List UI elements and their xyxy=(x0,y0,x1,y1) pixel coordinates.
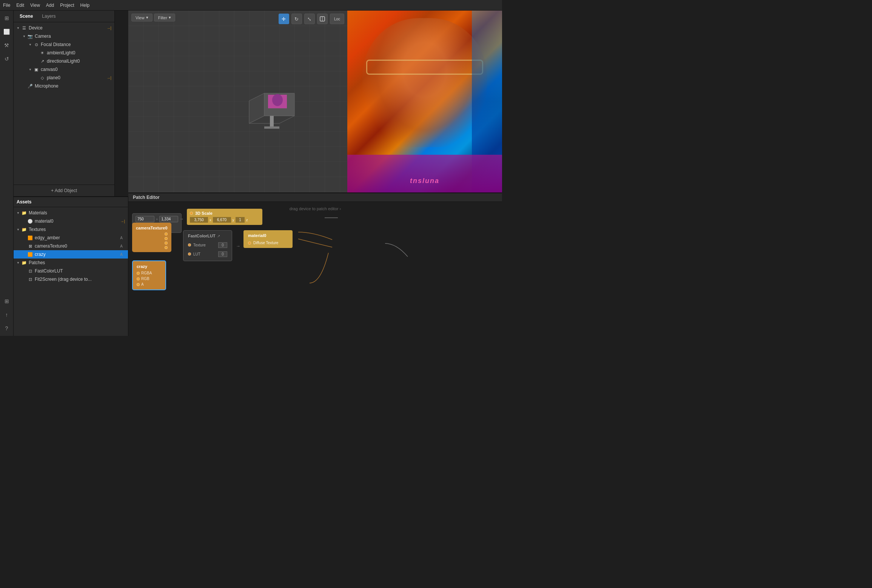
lut-texture-value[interactable] xyxy=(218,242,227,248)
scale-z-input[interactable] xyxy=(236,217,245,223)
tree-label-device: Device xyxy=(29,25,105,31)
tree-arrow-device: ▼ xyxy=(17,26,21,30)
asset-tree-item-material0[interactable]: ⚪material0→| xyxy=(14,217,128,225)
refresh-icon[interactable]: ↺ xyxy=(2,54,11,63)
menubar-project[interactable]: Project xyxy=(60,3,74,8)
content-area: View ▾ Filter ▾ ✛ ↻ ⤡ xyxy=(128,11,502,336)
asset-tree-item-cameraTexture0[interactable]: ⊠cameraTexture0A xyxy=(14,242,128,250)
shirt-text: tnsluna xyxy=(410,177,439,185)
location-button[interactable]: Loc xyxy=(330,14,344,24)
scene-tree-item-microphone[interactable]: 🎤Microphone xyxy=(14,82,114,90)
shirt-area xyxy=(347,155,502,192)
layers-tab[interactable]: Layers xyxy=(39,12,59,20)
asset-icon-materials: 📁 xyxy=(21,211,27,215)
patch-editor-header: Patch Editor xyxy=(128,193,502,202)
scale-input-port xyxy=(190,212,193,215)
tree-label-microphone: Microphone xyxy=(35,83,111,89)
fast-color-lut-node: FastColorLUT ↗ Texture LUT xyxy=(183,230,232,261)
asset-tree-item-fit2screen[interactable]: ⊡Fit2Screen (drag device to... xyxy=(14,275,128,283)
rotate-tool-button[interactable]: ↻ xyxy=(291,14,302,24)
crazy-rgb-label: RGB xyxy=(141,277,149,281)
share-icon[interactable]: ↑ xyxy=(2,310,11,319)
crazy-rgb-port xyxy=(137,277,140,280)
add-object-button[interactable]: + Add Object xyxy=(51,188,77,193)
asset-out-material0: →| xyxy=(120,219,125,223)
lut-lut-value[interactable] xyxy=(218,251,227,257)
lut-title: FastColorLUT xyxy=(188,234,216,238)
menubar-file[interactable]: File xyxy=(3,3,10,8)
menubar-help[interactable]: Help xyxy=(80,3,90,8)
tools-icon[interactable]: ⚒ xyxy=(2,41,11,50)
camera-texture-title: cameraTexture0 xyxy=(136,226,168,230)
camera-feed: tnsluna xyxy=(347,11,502,192)
tree-icon-camera: 📷 xyxy=(27,34,33,39)
svg-rect-6 xyxy=(264,126,279,129)
asset-tree-item-fastColorLUT[interactable]: ⊡FastColorLUT xyxy=(14,267,128,275)
menubar-add[interactable]: Add xyxy=(46,3,54,8)
scene-tree-item-device[interactable]: ▼☰Device→| xyxy=(14,24,114,32)
world-space-button[interactable] xyxy=(317,14,328,24)
patch-connections-svg xyxy=(128,202,502,334)
question-icon[interactable]: ? xyxy=(2,324,11,333)
viewport[interactable]: View ▾ Filter ▾ ✛ ↻ ⤡ xyxy=(128,11,347,192)
tree-label-directional: directionalLight0 xyxy=(47,58,111,64)
chevron-down-icon: ▾ xyxy=(169,15,171,20)
asset-tree-item-crazy[interactable]: 🟧crazyA xyxy=(14,250,128,259)
input-field-2[interactable] xyxy=(159,216,178,222)
asset-badge-cameraTexture0: A xyxy=(120,244,123,248)
scene-tree-item-focal[interactable]: ▼⊙Focal Distance xyxy=(14,40,114,49)
material-diffuse-port xyxy=(248,242,251,245)
menubar-edit[interactable]: Edit xyxy=(16,3,24,8)
input-field-1[interactable] xyxy=(136,216,154,222)
asset-tree-item-materials[interactable]: ▼📁Materials xyxy=(14,209,128,217)
move-tool-button[interactable]: ✛ xyxy=(279,14,289,24)
material-diffuse-label: Diffuse Texture xyxy=(253,241,278,245)
patch-editor-title: Patch Editor xyxy=(133,195,160,200)
assets-section: Assets ▼📁Materials⚪material0→|▼📁Textures… xyxy=(14,196,128,336)
asset-icon-crazy: 🟧 xyxy=(27,252,33,257)
scene-tree-item-plane[interactable]: ◇plane0→| xyxy=(14,74,114,82)
asset-tree-item-edgy_amber[interactable]: 🟧edgy_amberA xyxy=(14,234,128,242)
view-button[interactable]: View ▾ xyxy=(131,14,153,22)
lut-material-arrow: → xyxy=(236,243,240,249)
tree-arrow-canvas: ▼ xyxy=(29,68,33,71)
patch-editor: Patch Editor drag device to patch editor… xyxy=(128,192,502,336)
tree-label-camera: Camera xyxy=(35,34,111,39)
material-title: material0 xyxy=(248,233,288,238)
asset-label-fastColorLUT: FastColorLUT xyxy=(35,268,125,274)
frame-icon[interactable]: ⬜ xyxy=(2,27,11,36)
camera-out-port-2 xyxy=(165,237,168,240)
scene-tree-item-ambient[interactable]: ☀ambientLight0 xyxy=(14,49,114,57)
asset-tree-item-textures[interactable]: ▼📁Textures xyxy=(14,225,128,234)
asset-label-material0: material0 xyxy=(35,219,119,224)
svg-point-8 xyxy=(272,94,283,106)
asset-label-crazy: crazy xyxy=(35,252,120,257)
tree-label-ambient: ambientLight0 xyxy=(47,50,111,55)
chevron-down-icon: ▾ xyxy=(146,15,148,20)
scene-tree-item-camera[interactable]: ▼📷Camera xyxy=(14,32,114,40)
scale-y-input[interactable] xyxy=(213,217,231,223)
scale-x-input[interactable] xyxy=(190,217,208,223)
patch-canvas[interactable]: drag device to patch editor › xyxy=(128,202,502,334)
scene-panel: Scene Layers ▼☰Device→|▼📷Camera▼⊙Focal D… xyxy=(14,11,115,196)
scene-tree-item-directional[interactable]: ↗directionalLight0 xyxy=(14,57,114,65)
asset-label-edgy_amber: edgy_amber xyxy=(35,235,120,240)
scene-tab[interactable]: Scene xyxy=(17,12,36,20)
tree-badge-device: →| xyxy=(106,26,111,30)
menubar-view[interactable]: View xyxy=(30,3,40,8)
camera-out-port-4 xyxy=(165,246,168,249)
tree-arrow-camera: ▼ xyxy=(23,35,27,38)
tree-icon-directional: ↗ xyxy=(39,59,45,64)
asset-tree-item-patches[interactable]: ▼📁Patches xyxy=(14,259,128,267)
assets-header: Assets xyxy=(14,197,128,207)
scene-tree-item-canvas[interactable]: ▼▣canvas0 xyxy=(14,65,114,74)
filter-button[interactable]: Filter ▾ xyxy=(154,14,175,22)
add-panel-icon[interactable]: ⊞ xyxy=(2,297,11,306)
scene-view-icon[interactable]: ⊞ xyxy=(2,14,11,23)
scene-footer: + Add Object xyxy=(14,185,114,196)
world-icon xyxy=(320,16,325,22)
scale-node-title: 3D Scale xyxy=(195,211,213,215)
connect-arrow: → xyxy=(179,216,184,222)
menubar: File Edit View Add Project Help xyxy=(0,0,502,11)
scale-tool-button[interactable]: ⤡ xyxy=(304,14,315,24)
